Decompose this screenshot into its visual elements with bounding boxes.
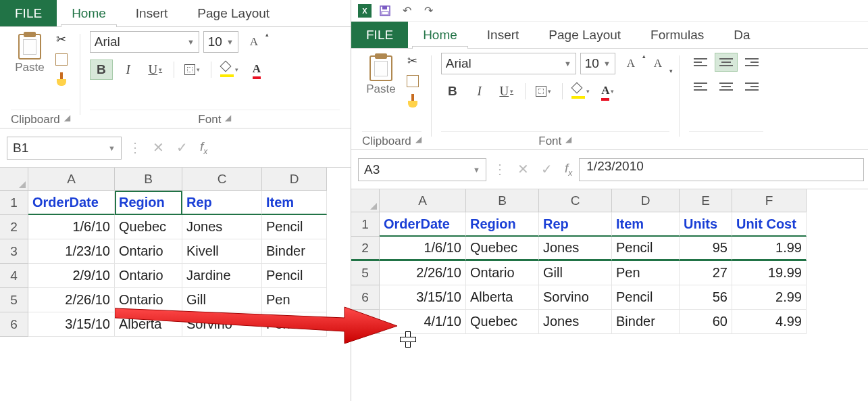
column-header[interactable]: A — [380, 189, 466, 212]
clipboard-launcher-icon[interactable]: ◢ — [415, 135, 422, 148]
cell[interactable]: 4/1/10 — [380, 310, 466, 334]
tab-insert[interactable]: Insert — [121, 0, 183, 26]
cell[interactable]: Pen — [262, 288, 327, 312]
header-cell[interactable]: Region — [466, 212, 539, 237]
tab-page-layout[interactable]: Page Layout — [534, 22, 636, 48]
fill-color-button[interactable]: ▾ — [569, 81, 592, 101]
cell[interactable]: Sorvino — [539, 285, 612, 310]
column-header[interactable]: D — [612, 189, 680, 212]
grow-font-button[interactable]: A — [242, 32, 265, 52]
cell[interactable]: 2.99 — [732, 285, 807, 310]
select-all-corner[interactable] — [0, 168, 28, 191]
cell[interactable]: 2/9/10 — [28, 264, 115, 288]
column-header[interactable]: A — [28, 168, 115, 191]
align-left-button[interactable] — [689, 77, 712, 96]
cell[interactable]: Pencil — [262, 312, 327, 337]
cell[interactable]: Ontario — [115, 288, 182, 312]
cell[interactable]: Jones — [539, 237, 612, 261]
cell[interactable]: 60 — [680, 310, 732, 334]
tab-formulas[interactable]: Formulas — [636, 22, 719, 48]
cell[interactable]: Jardine — [182, 264, 262, 288]
cancel-button[interactable]: ✕ — [153, 139, 164, 156]
font-name-combo[interactable]: Arial▼ — [90, 31, 199, 53]
cancel-button[interactable]: ✕ — [517, 161, 529, 177]
redo-button[interactable]: ↷ — [420, 3, 436, 19]
font-size-combo[interactable]: 10▼ — [203, 31, 238, 53]
fx-icon[interactable]: fx — [565, 161, 572, 178]
align-right-button[interactable] — [740, 77, 763, 96]
cell[interactable]: Quebec — [466, 310, 539, 334]
header-cell[interactable]: Units — [680, 212, 732, 237]
row-header[interactable]: 7 — [351, 310, 380, 334]
name-box[interactable]: A3▼ — [358, 158, 486, 181]
italic-button[interactable]: I — [468, 81, 491, 101]
header-cell[interactable]: Item — [262, 191, 327, 215]
cell[interactable]: Alberta — [466, 285, 539, 310]
column-header[interactable]: D — [262, 168, 327, 191]
fill-color-button[interactable]: ▾ — [218, 60, 241, 80]
row-header[interactable]: 4 — [0, 264, 28, 288]
font-launcher-icon[interactable]: ◢ — [565, 135, 571, 148]
column-header[interactable]: B — [115, 168, 182, 191]
cell[interactable]: 4.99 — [732, 310, 807, 334]
cell[interactable]: 1.99 — [732, 237, 807, 261]
align-bottom-button[interactable] — [740, 53, 763, 72]
cell[interactable]: Ontario — [115, 264, 182, 288]
column-header[interactable]: F — [732, 189, 807, 212]
cell[interactable]: Sorvino — [182, 312, 262, 337]
select-all-corner[interactable] — [351, 189, 380, 212]
tab-page-layout[interactable]: Page Layout — [182, 0, 284, 26]
bold-button[interactable]: B — [90, 60, 113, 80]
cell[interactable]: Pencil — [612, 237, 680, 261]
cell[interactable]: 3/15/10 — [380, 285, 466, 310]
tab-data[interactable]: Da — [719, 22, 765, 48]
name-box[interactable]: B1▼ — [7, 137, 122, 160]
row-header[interactable]: 6 — [0, 312, 28, 337]
paste-button[interactable]: Paste — [362, 53, 399, 99]
cell[interactable]: Pencil — [612, 285, 680, 310]
row-header[interactable]: 5 — [0, 288, 28, 312]
cell[interactable]: Pencil — [262, 264, 327, 288]
grow-font-button[interactable]: A — [619, 53, 642, 74]
row-header[interactable]: 3 — [0, 239, 28, 264]
cell[interactable]: 1/23/10 — [28, 239, 115, 264]
column-header[interactable]: C — [182, 168, 262, 191]
cell[interactable]: Quebec — [115, 215, 182, 239]
cell[interactable]: Pencil — [262, 215, 327, 239]
shrink-font-button[interactable]: A — [646, 53, 669, 74]
cell[interactable]: 95 — [680, 237, 732, 261]
header-cell[interactable]: OrderDate — [380, 212, 466, 237]
underline-button[interactable]: U▾ — [144, 60, 167, 80]
tab-file[interactable]: FILE — [351, 22, 408, 48]
row-header[interactable]: 1 — [0, 191, 28, 215]
cell[interactable]: Ontario — [115, 239, 182, 264]
bold-button[interactable]: B — [441, 81, 464, 101]
font-name-combo[interactable]: Arial▼ — [441, 53, 576, 74]
copy-button[interactable] — [53, 51, 70, 68]
cell[interactable]: 1/6/10 — [28, 215, 115, 239]
cell[interactable]: 3/15/10 — [28, 312, 115, 337]
clipboard-launcher-icon[interactable]: ◢ — [64, 113, 70, 126]
enter-button[interactable]: ✓ — [176, 139, 188, 156]
header-cell[interactable]: Rep — [539, 212, 612, 237]
italic-button[interactable]: I — [117, 60, 140, 80]
font-launcher-icon[interactable]: ◢ — [225, 113, 231, 126]
copy-button[interactable] — [404, 73, 422, 89]
cell[interactable]: Kivell — [182, 239, 262, 264]
undo-button[interactable]: ↶ — [399, 3, 415, 19]
borders-button[interactable]: ▾ — [532, 81, 555, 101]
header-cell[interactable]: Unit Cost — [732, 212, 807, 237]
row-header[interactable]: 5 — [351, 261, 380, 285]
spreadsheet-grid[interactable]: ABCDEF1OrderDateRegionRepItemUnitsUnit C… — [351, 189, 868, 334]
format-painter-button[interactable] — [53, 72, 70, 88]
cell[interactable]: Alberta — [115, 312, 182, 337]
align-center-button[interactable] — [715, 77, 738, 96]
cell[interactable]: 2/26/10 — [28, 288, 115, 312]
cell[interactable]: 19.99 — [732, 261, 807, 285]
cell[interactable]: 1/6/10 — [380, 237, 466, 261]
align-middle-button[interactable] — [715, 53, 738, 72]
format-painter-button[interactable] — [404, 93, 422, 110]
tab-insert[interactable]: Insert — [472, 22, 534, 48]
cell[interactable]: 2/26/10 — [380, 261, 466, 285]
row-header[interactable]: 6 — [351, 285, 380, 310]
